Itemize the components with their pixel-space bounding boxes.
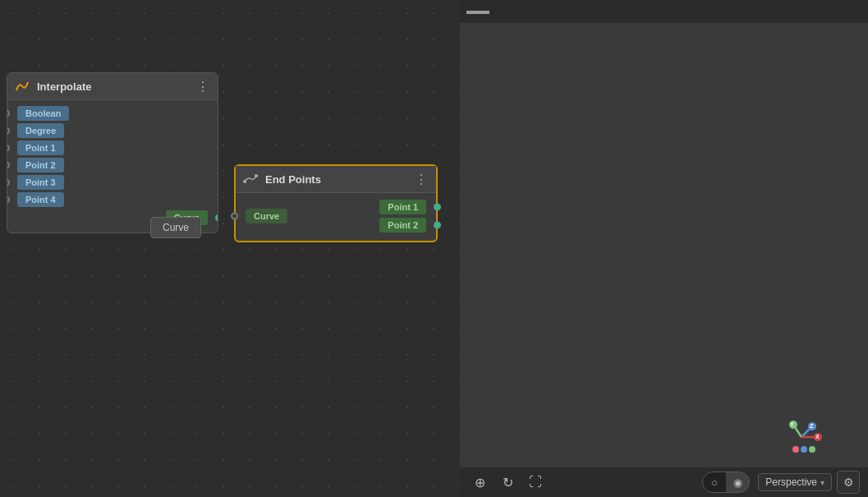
socket-row-boolean: Boolean	[17, 106, 208, 121]
node-interpolate-body: Boolean Degree Point 1 Point 2 Point 3 P…	[7, 100, 218, 232]
interpolate-icon	[14, 78, 30, 94]
socket-dot-ep-curve[interactable]	[231, 213, 238, 220]
sphere-mode-button[interactable]: ◉	[726, 472, 749, 492]
socket-row-point4: Point 4	[17, 192, 208, 207]
circle-mode-button[interactable]: ○	[703, 472, 726, 492]
socket-point1[interactable]: Point 1	[17, 140, 64, 155]
socket-row-point2: Point 2	[17, 158, 208, 173]
socket-point3[interactable]: Point 3	[17, 175, 64, 190]
expand-button[interactable]: ⛶	[524, 471, 547, 494]
socket-row-degree: Degree	[17, 123, 208, 138]
perspective-button[interactable]: Perspective ▾	[758, 473, 832, 491]
settings-button[interactable]: ⚙	[837, 471, 860, 494]
axis-gizmo: Y Z X	[781, 416, 822, 458]
node-interpolate: Interpolate ⋮ Boolean Degree Point 1 Poi…	[7, 72, 218, 233]
endpoints-icon	[242, 171, 259, 187]
socket-point2[interactable]: Point 2	[17, 158, 64, 173]
socket-row-ep-curve: Curve Point 1 Point 2	[246, 200, 426, 232]
mode-toggle: ○ ◉	[702, 472, 750, 493]
socket-dot-point3[interactable]	[7, 179, 10, 186]
socket-dot-ep-point1[interactable]	[434, 204, 441, 211]
socket-degree[interactable]: Degree	[17, 123, 64, 138]
node-endpoints: End Points ⋮ Curve Point 1 Point 2	[234, 164, 438, 242]
socket-row-point1: Point 1	[17, 140, 208, 155]
socket-dot-curve-out[interactable]	[215, 214, 218, 222]
svg-text:Y: Y	[790, 421, 794, 427]
perspective-label: Perspective	[765, 476, 817, 488]
node-endpoints-body: Curve Point 1 Point 2	[236, 193, 436, 241]
svg-text:X: X	[815, 434, 820, 439]
endpoints-menu-button[interactable]: ⋮	[413, 172, 429, 187]
node-interpolate-title: Interpolate	[37, 81, 195, 93]
curve-label: Curve	[150, 217, 201, 238]
svg-point-30	[801, 446, 807, 453]
viewport-toolbar-top	[460, 0, 868, 23]
cursor-tool-button[interactable]: ⊕	[468, 471, 491, 494]
svg-point-0	[243, 180, 246, 183]
socket-dot-ep-point2[interactable]	[434, 222, 441, 229]
refresh-button[interactable]: ↻	[496, 471, 519, 494]
socket-ep-curve-input[interactable]: Curve	[246, 209, 287, 223]
node-interpolate-header: Interpolate ⋮	[7, 73, 218, 100]
viewport-toolbar-bottom: ⊕ ↻ ⛶ ○ ◉ Perspective ▾ ⚙	[460, 467, 868, 497]
svg-text:Z: Z	[810, 423, 814, 429]
node-editor: Interpolate ⋮ Boolean Degree Point 1 Poi…	[0, 0, 460, 497]
viewport[interactable]: Y Z X ⊕ ↻ ⛶ ○ ◉ Perspective ▾	[460, 0, 868, 497]
socket-dot-point2[interactable]	[7, 162, 10, 169]
socket-dot-boolean[interactable]	[7, 110, 10, 117]
socket-dot-point1[interactable]	[7, 145, 10, 152]
chevron-down-icon: ▾	[820, 478, 824, 487]
socket-dot-point4[interactable]	[7, 196, 10, 204]
svg-point-1	[255, 174, 258, 177]
socket-dot-degree[interactable]	[7, 127, 10, 135]
socket-row-point3: Point 3	[17, 175, 208, 190]
socket-ep-point2-output[interactable]: Point 2	[379, 218, 426, 232]
svg-point-31	[809, 446, 815, 453]
socket-ep-point1-output[interactable]: Point 1	[379, 200, 426, 214]
node-endpoints-header: End Points ⋮	[236, 166, 436, 193]
socket-point4[interactable]: Point 4	[17, 192, 64, 207]
svg-point-29	[792, 446, 799, 453]
node-endpoints-title: End Points	[265, 173, 413, 186]
socket-boolean[interactable]: Boolean	[17, 106, 69, 121]
interpolate-menu-button[interactable]: ⋮	[195, 79, 211, 94]
